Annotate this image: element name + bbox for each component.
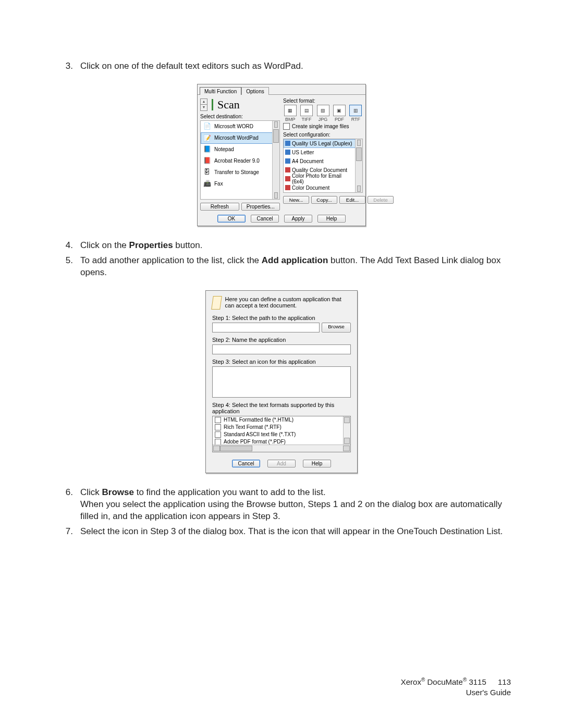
config-item[interactable]: Color Photo for Email (6x4)✿	[284, 175, 362, 183]
destination-list[interactable]: 📄Microsoft WORD 📝Microsoft WordPad 📘Note…	[200, 120, 280, 200]
destination-item[interactable]: 📄Microsoft WORD	[201, 121, 279, 132]
single-image-checkbox[interactable]: Create single image files	[283, 123, 363, 130]
text-formats-list[interactable]: HTML Formatted file (*.HTML) Rich Text F…	[212, 416, 351, 452]
copy-button[interactable]: Copy...	[311, 196, 337, 204]
format-tiff[interactable]: ▤TIFF	[299, 105, 313, 122]
config-item[interactable]: A4 Document✿	[284, 157, 362, 166]
format-option[interactable]: Standard ASCII text file (*.TXT)	[213, 431, 350, 438]
destination-item[interactable]: 📠Fax	[201, 178, 279, 190]
config-item[interactable]: Quality US Letter✿	[284, 192, 362, 193]
fax-icon: 📠	[203, 179, 211, 188]
apply-button[interactable]: Apply	[284, 215, 312, 223]
destination-item[interactable]: 🗄Transfer to Storage	[201, 167, 279, 178]
select-format-label: Select format:	[283, 98, 363, 104]
config-item[interactable]: US Letter✿	[284, 148, 362, 157]
config-item[interactable]: Color Document✿	[284, 183, 362, 192]
format-option[interactable]: Adobe PDF format (*.PDF)	[213, 438, 350, 445]
step-text: Click Browse to find the application you…	[80, 487, 511, 523]
scrollbar-vertical[interactable]	[355, 139, 362, 192]
destination-item[interactable]: 📘Notepad	[201, 144, 279, 155]
cancel-button[interactable]: Cancel	[232, 460, 260, 467]
step-number: 4.	[52, 240, 80, 252]
format-pdf[interactable]: ▣PDF	[332, 105, 346, 122]
tab-multifunction[interactable]: Multi Function	[200, 87, 241, 95]
add-button[interactable]: Add	[267, 460, 296, 467]
tab-options[interactable]: Options	[241, 87, 268, 95]
format-option[interactable]: Rich Text Format (*.RTF)	[213, 424, 350, 431]
step3-label: Step 3: Select an icon for this applicat…	[212, 359, 351, 365]
format-selector: ▦BMP ▤TIFF ▧JPG ▣PDF ▥RTF	[283, 105, 363, 122]
config-list[interactable]: Quality US Legal (Duplex)✿ US Letter✿ A4…	[283, 139, 363, 193]
scan-number-spinner[interactable]: ▲▼	[200, 98, 207, 111]
document-icon	[211, 296, 222, 310]
step-number: 7.	[52, 526, 80, 538]
page-footer: Xerox® DocuMate® 3115 113 User's Guide	[401, 676, 511, 698]
delete-button[interactable]: Delete	[368, 196, 394, 204]
storage-icon: 🗄	[203, 168, 211, 176]
browse-button[interactable]: Browse	[322, 323, 351, 332]
scrollbar-vertical[interactable]	[343, 416, 350, 445]
dialog-intro: Here you can define a custom application…	[212, 296, 351, 310]
step4-label: Step 4: Select the text formats supporte…	[212, 402, 351, 414]
format-bmp[interactable]: ▦BMP	[283, 105, 297, 122]
config-item[interactable]: Quality US Legal (Duplex)✿	[284, 139, 362, 148]
page-number: 113	[498, 677, 511, 687]
scan-accent-icon	[212, 99, 213, 110]
scan-dialog: Multi Function Options ▲▼ Scan Select de…	[197, 84, 366, 226]
step-number: 6.	[52, 487, 80, 523]
app-path-field[interactable]	[212, 323, 320, 332]
add-application-dialog: Here you can define a custom application…	[205, 290, 358, 473]
scrollbar-vertical[interactable]	[272, 121, 279, 199]
app-name-field[interactable]	[212, 344, 351, 354]
format-rtf[interactable]: ▥RTF	[349, 105, 363, 122]
notepad-icon: 📘	[203, 145, 211, 153]
format-jpg[interactable]: ▧JPG	[316, 105, 330, 122]
select-config-label: Select configuration:	[283, 132, 363, 138]
properties-button[interactable]: Properties...	[241, 203, 280, 211]
ok-button[interactable]: OK	[217, 215, 246, 223]
help-button[interactable]: Help	[303, 460, 331, 467]
destination-item[interactable]: 📕Acrobat Reader 9.0	[201, 155, 279, 167]
step-text: To add another application to the list, …	[80, 255, 511, 279]
scrollbar-horizontal[interactable]	[213, 445, 350, 452]
select-destination-label: Select destination:	[200, 114, 280, 119]
scan-title: ▲▼ Scan	[200, 98, 280, 112]
wordpad-icon: 📝	[203, 134, 211, 142]
step2-label: Step 2: Name the application	[212, 337, 351, 343]
new-button[interactable]: New...	[283, 196, 309, 204]
acrobat-icon: 📕	[203, 156, 211, 165]
cancel-button[interactable]: Cancel	[251, 215, 279, 223]
step-number: 5.	[52, 255, 80, 279]
step-text: Click on one of the default text editors…	[80, 60, 511, 72]
destination-item[interactable]: 📝Microsoft WordPad	[201, 132, 279, 144]
word-icon: 📄	[203, 122, 211, 130]
edit-button[interactable]: Edit...	[339, 196, 365, 204]
format-option[interactable]: HTML Formatted file (*.HTML)	[213, 416, 350, 424]
help-button[interactable]: Help	[317, 215, 346, 223]
step-number: 3.	[52, 60, 80, 72]
refresh-button[interactable]: Refresh	[200, 203, 239, 211]
step-text: Select the icon in Step 3 of the dialog …	[80, 526, 511, 538]
app-icon-picker[interactable]	[212, 366, 351, 398]
step1-label: Step 1: Select the path to the applicati…	[212, 315, 351, 321]
step-text: Click on the Properties button.	[80, 240, 511, 252]
